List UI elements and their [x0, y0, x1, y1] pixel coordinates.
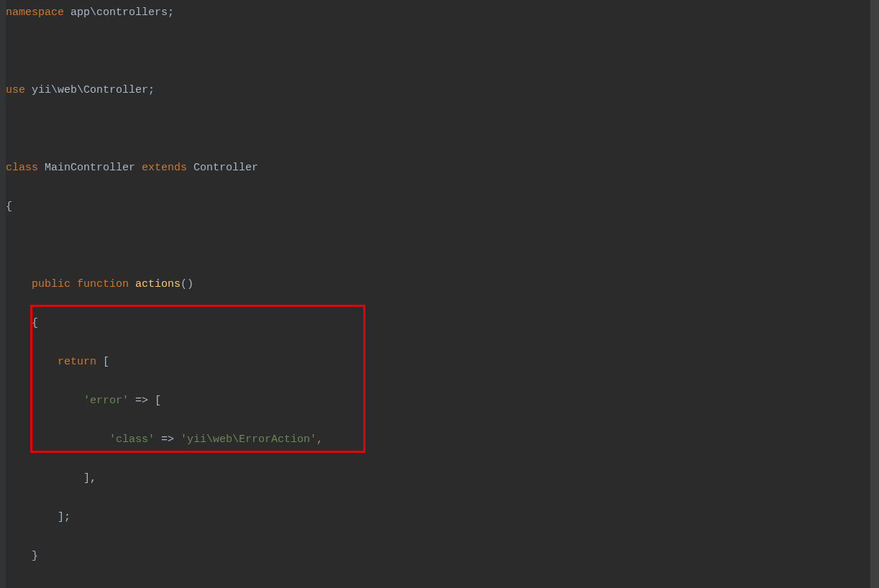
indent	[6, 511, 58, 523]
vertical-scrollbar[interactable]	[870, 0, 879, 588]
punct: ];	[58, 511, 70, 523]
indent	[6, 472, 83, 484]
string: 'yii\web\ErrorAction'	[181, 433, 316, 446]
keyword: extends	[142, 162, 193, 174]
parent-class: Controller	[193, 162, 258, 174]
editor-gutter	[0, 0, 6, 588]
keyword: function	[77, 278, 135, 290]
keyword: public	[32, 278, 77, 290]
keyword: return	[58, 356, 103, 368]
brace: }	[32, 550, 38, 562]
namespace-path: app\controllers	[70, 6, 168, 19]
keyword: use	[6, 84, 32, 96]
keyword: class	[6, 162, 45, 174]
brace: {	[32, 317, 38, 329]
punct: [	[103, 356, 109, 368]
indent	[6, 356, 58, 368]
brace: {	[6, 201, 12, 213]
function-name: actions	[135, 278, 181, 290]
string: 'class'	[109, 433, 155, 446]
class-name: MainController	[45, 162, 142, 174]
punct: ],	[83, 472, 96, 484]
indent	[6, 317, 32, 329]
punct: ,	[316, 433, 323, 446]
punct: =>	[155, 433, 181, 446]
indent	[6, 395, 83, 407]
punct: ()	[181, 278, 193, 290]
code-area[interactable]: namespace app\controllers; use yii\web\C…	[6, 0, 879, 588]
punct: ;	[168, 6, 174, 19]
punct: => [	[129, 395, 161, 407]
code-editor: namespace app\controllers; use yii\web\C…	[0, 0, 879, 588]
keyword: namespace	[6, 6, 70, 19]
code-content[interactable]: namespace app\controllers; use yii\web\C…	[6, 3, 879, 588]
punct: ;	[148, 84, 155, 96]
string: 'error'	[83, 395, 129, 407]
indent	[6, 433, 109, 446]
indent	[6, 550, 32, 562]
indent	[6, 278, 32, 290]
use-path: yii\web\Controller	[32, 84, 148, 96]
